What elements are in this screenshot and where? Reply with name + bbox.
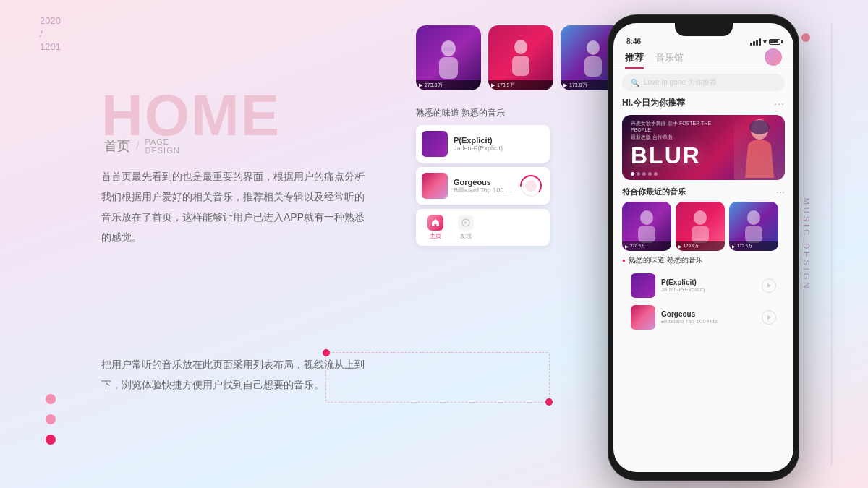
banner-sub-bottom: 最新改版 合作单曲 xyxy=(631,134,726,141)
svg-rect-4 xyxy=(512,56,529,76)
svg-rect-14 xyxy=(638,226,655,243)
status-icons: ▾ xyxy=(750,38,780,46)
recent-album-2[interactable]: ▶ 173.9万 xyxy=(676,202,725,251)
user-avatar[interactable] xyxy=(765,48,782,66)
phone-screen: 8:46 ▾ 推荐 音乐馆 xyxy=(613,23,793,472)
home-page-label: PAGE DESIGN xyxy=(145,137,179,155)
play-triangle-1 xyxy=(767,283,771,288)
search-icon: 🔍 xyxy=(631,79,639,87)
song-thumb-1 xyxy=(422,131,448,157)
banner-sub-top: 丹麦女歌手舞曲 联手 FOSTER THE PEOPLE xyxy=(631,120,726,132)
panel-header: 熟悉的味道 熟悉的音乐 xyxy=(416,107,550,119)
left-dots xyxy=(46,394,56,445)
recent-header: 符合你最近的音乐 ··· xyxy=(622,186,785,197)
banner-title: BLUR xyxy=(631,142,726,169)
phone-song-sub-2: Billboard Top 100 Hits xyxy=(661,318,756,325)
song-thumb-2 xyxy=(422,173,448,199)
banner-dot-5 xyxy=(654,172,658,176)
phone-song-info-1: P(Explicit) Jaden-P(Explicit) xyxy=(661,278,756,293)
recent-album-1[interactable]: ▶ 270.6万 xyxy=(622,202,671,251)
dot-accent: ● xyxy=(622,257,626,264)
home-large-text: HOME xyxy=(101,87,281,145)
nav-discover[interactable]: 发现 xyxy=(458,215,474,240)
svg-point-12 xyxy=(749,120,770,134)
nav-home[interactable]: 主页 xyxy=(427,215,443,240)
search-bar[interactable]: 🔍 Love In gone 为你推荐 xyxy=(622,74,785,91)
home-title-block: HOME 首页 / PAGE DESIGN xyxy=(101,87,281,155)
svg-point-15 xyxy=(694,210,707,225)
svg-rect-6 xyxy=(584,56,602,77)
banner-dot-3 xyxy=(642,172,646,176)
home-divider: / xyxy=(136,140,139,153)
date-label: 2020 / 1201 xyxy=(40,14,61,54)
status-time: 8:46 xyxy=(626,38,641,46)
app-nav-tabs: 推荐 音乐馆 xyxy=(613,48,793,69)
svg-rect-18 xyxy=(745,226,762,243)
familiar-section: ● 熟悉的味道 熟悉的音乐 P(Explicit) Jaden-P(Explic… xyxy=(613,255,793,333)
svg-rect-16 xyxy=(692,226,709,243)
phone-song-sub-1: Jaden-P(Explicit) xyxy=(661,286,756,293)
discover-nav-icon xyxy=(458,215,474,231)
familiar-header-text: 熟悉的味道 熟悉的音乐 xyxy=(629,255,703,265)
phone-play-btn-2[interactable] xyxy=(762,310,776,325)
play-triangle-2 xyxy=(767,315,771,320)
banner-dot-4 xyxy=(648,172,652,176)
blur-banner[interactable]: 丹麦女歌手舞曲 联手 FOSTER THE PEOPLE 最新改版 合作单曲 B… xyxy=(622,115,785,180)
wifi-icon: ▾ xyxy=(763,38,767,46)
right-divider xyxy=(831,22,832,466)
phone-song-info-2: Gorgeous Billboard Top 100 Hits xyxy=(661,310,756,325)
song-name-2: Gorgeous xyxy=(454,178,512,187)
phone-mockup: 8:46 ▾ 推荐 音乐馆 xyxy=(608,14,799,481)
banner-dots xyxy=(631,172,726,176)
recent-section: 符合你最近的音乐 ··· ▶ 270.6万 xyxy=(613,186,793,251)
album-cover-2[interactable]: ▶ 173.9万 xyxy=(488,25,553,90)
svg-point-9 xyxy=(525,180,537,192)
phone-play-btn-1[interactable] xyxy=(762,278,776,293)
banner-dot-2 xyxy=(637,172,640,176)
album-cover-1[interactable]: ▶ 273.8万 xyxy=(416,25,481,90)
dotted-dot-tl xyxy=(323,349,330,356)
signal-bar xyxy=(750,38,761,46)
bottom-nav: 主页 发现 xyxy=(416,209,550,246)
tab-recommend[interactable]: 推荐 xyxy=(625,48,644,69)
song-list-panel: 熟悉的味道 熟悉的音乐 P(Explicit) Jaden-P(Explicit… xyxy=(416,107,550,246)
dot-3 xyxy=(46,435,56,445)
svg-point-13 xyxy=(640,210,653,225)
recent-album-3[interactable]: ▶ 173.5万 xyxy=(729,202,778,251)
phone-song-1[interactable]: P(Explicit) Jaden-P(Explicit) xyxy=(622,270,785,301)
tab-music-hall[interactable]: 音乐馆 xyxy=(655,48,684,69)
svg-rect-1 xyxy=(439,57,458,79)
song-item-2[interactable]: Gorgeous Billboard Top 100 Hits xyxy=(416,167,550,205)
song-item-1[interactable]: P(Explicit) Jaden-P(Explicit) xyxy=(416,125,550,163)
phone-song-2[interactable]: Gorgeous Billboard Top 100 Hits xyxy=(622,301,785,333)
more-dots[interactable]: ··· xyxy=(774,98,785,109)
description-1: 首首页最先看到的也是最重要的界面，根据用户的痛点分析我们根据用户爱好的相关音乐，… xyxy=(101,166,369,247)
nav-home-label: 主页 xyxy=(430,232,441,240)
search-placeholder-text: Love In gone 为你推荐 xyxy=(644,77,717,87)
song-artist-1: Jaden-P(Explicit) xyxy=(454,145,544,152)
dotted-dot-br xyxy=(545,398,553,406)
phone-song-thumb-2 xyxy=(631,305,655,330)
dot-1 xyxy=(46,394,56,404)
svg-rect-2 xyxy=(443,47,454,51)
nav-discover-label: 发现 xyxy=(460,232,472,240)
song-info-1: P(Explicit) Jaden-P(Explicit) xyxy=(454,136,544,152)
phone-song-name-1: P(Explicit) xyxy=(661,278,756,286)
dotted-decoration xyxy=(326,352,550,403)
recent-more[interactable]: ··· xyxy=(776,186,785,197)
recent-title: 符合你最近的音乐 xyxy=(622,187,686,197)
circular-progress xyxy=(518,173,544,199)
phone-notch xyxy=(675,23,733,36)
banner-dot-1 xyxy=(631,172,634,176)
svg-point-5 xyxy=(587,40,600,55)
dot-2 xyxy=(46,414,56,424)
familiar-header-phone: ● 熟悉的味道 熟悉的音乐 xyxy=(622,255,785,265)
svg-point-17 xyxy=(747,210,760,225)
top-albums: ▶ 273.8万 ▶ 173.9万 xyxy=(416,25,626,90)
recent-albums: ▶ 270.6万 ▶ 173.9万 xyxy=(622,202,785,251)
hi-section: Hi.今日为你推荐 ··· xyxy=(613,97,793,109)
category-dot xyxy=(801,33,810,42)
svg-point-3 xyxy=(514,40,527,54)
home-subtitle-cn: 首页 xyxy=(104,137,130,155)
hi-text: Hi.今日为你推荐 xyxy=(622,97,685,109)
